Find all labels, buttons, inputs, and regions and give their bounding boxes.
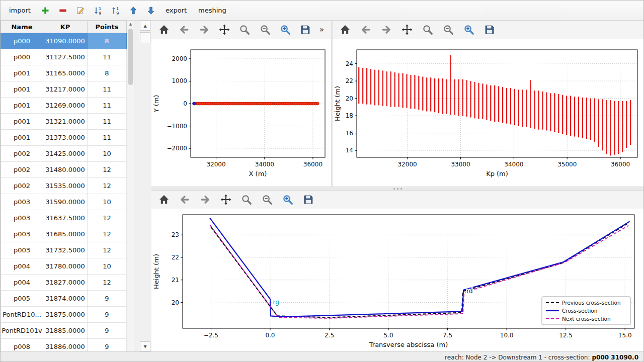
cell-name[interactable]: p001 — [1, 81, 43, 98]
cell-kp[interactable]: 31269.0000 — [43, 98, 88, 114]
zoom-in-button[interactable] — [462, 23, 475, 36]
add-cross-section-button[interactable] — [39, 4, 52, 17]
table-scrollbar-thumb[interactable] — [128, 29, 133, 85]
cell-points[interactable]: 11 — [88, 81, 127, 98]
table-row[interactable]: p00131165.00008 — [1, 65, 127, 81]
panel-scrollbar[interactable]: ▲ ▼ — [140, 21, 150, 351]
sort-descending-button[interactable]: 19 — [109, 4, 122, 17]
zoom-button[interactable] — [240, 193, 253, 206]
cell-points[interactable]: 10 — [88, 194, 127, 210]
table-row[interactable]: p00031090.00008 — [1, 33, 127, 49]
cell-name[interactable]: PontRD10... — [1, 307, 43, 323]
move-up-button[interactable] — [127, 4, 140, 17]
delete-cross-section-button[interactable] — [56, 4, 69, 17]
table-row[interactable]: p00231535.000012 — [1, 178, 127, 194]
meshing-button[interactable]: meshing — [195, 5, 230, 16]
table-row[interactable]: p00131373.000011 — [1, 130, 127, 146]
cell-points[interactable]: 8 — [88, 65, 127, 81]
forward-button[interactable] — [380, 23, 393, 36]
toolbar-overflow-button[interactable]: » — [319, 25, 325, 34]
zoom-in-button[interactable] — [281, 193, 294, 206]
cell-name[interactable]: p002 — [1, 146, 43, 162]
cell-kp[interactable]: 31217.0000 — [43, 81, 88, 98]
table-row[interactable]: p00331732.500012 — [1, 242, 127, 258]
table-row[interactable]: PontRD101v31885.00009 — [1, 323, 127, 339]
cell-points[interactable]: 12 — [88, 226, 127, 242]
cell-points[interactable]: 11 — [88, 98, 127, 114]
cell-kp[interactable]: 31480.0000 — [43, 162, 88, 178]
cell-kp[interactable]: 31425.0000 — [43, 146, 88, 162]
cell-points[interactable]: 10 — [88, 258, 127, 275]
cell-points[interactable]: 12 — [88, 162, 127, 178]
table-row[interactable]: PontRD10...31875.00009 — [1, 307, 127, 323]
home-button[interactable] — [157, 193, 171, 206]
cell-kp[interactable]: 31875.0000 — [43, 307, 88, 323]
cell-points[interactable]: 9 — [88, 323, 127, 339]
cell-name[interactable]: p001 — [1, 98, 43, 114]
cell-points[interactable]: 9 — [88, 339, 127, 352]
cell-name[interactable]: p001 — [1, 65, 43, 81]
cell-name[interactable]: p000 — [1, 49, 43, 65]
back-button[interactable] — [359, 23, 372, 36]
cell-kp[interactable]: 31827.0000 — [43, 275, 88, 291]
zoom-in-button[interactable] — [279, 23, 291, 36]
zoom-out-button[interactable] — [442, 23, 455, 36]
cell-points[interactable]: 9 — [88, 291, 127, 307]
cell-kp[interactable]: 31885.0000 — [43, 323, 88, 339]
cell-points[interactable]: 11 — [88, 130, 127, 146]
zoom-button[interactable] — [421, 23, 434, 36]
panel-scroll-up-button[interactable]: ▲ — [140, 21, 150, 31]
cell-kp[interactable]: 31090.0000 — [43, 33, 88, 49]
table-row[interactable]: p00231425.000010 — [1, 146, 127, 162]
home-button[interactable] — [339, 23, 352, 36]
cell-points[interactable]: 9 — [88, 307, 127, 323]
cell-kp[interactable]: 31165.0000 — [43, 65, 88, 81]
save-button[interactable] — [302, 193, 315, 206]
edit-button[interactable] — [74, 4, 87, 17]
cell-name[interactable]: p008 — [1, 339, 43, 352]
cell-points[interactable]: 12 — [88, 242, 127, 258]
table-row[interactable]: p00531874.00009 — [1, 291, 127, 307]
cell-kp[interactable]: 31637.5000 — [43, 210, 88, 226]
home-button[interactable] — [157, 23, 170, 36]
cross-section-plot[interactable]: −2.50.02.55.07.510.012.515.020212223Tran… — [151, 209, 644, 351]
save-button[interactable] — [483, 23, 496, 36]
cell-kp[interactable]: 31590.0000 — [43, 194, 88, 210]
cell-name[interactable]: p003 — [1, 194, 43, 210]
table-row[interactable]: p00331637.500012 — [1, 210, 127, 226]
column-header-kp[interactable]: KP — [43, 21, 88, 33]
zoom-out-button[interactable] — [261, 193, 274, 206]
cell-kp[interactable]: 31886.0000 — [43, 339, 88, 352]
forward-button[interactable] — [198, 23, 210, 36]
cell-name[interactable]: p004 — [1, 275, 43, 291]
cell-kp[interactable]: 31685.0000 — [43, 226, 88, 242]
save-button[interactable] — [299, 23, 312, 36]
cell-name[interactable]: p003 — [1, 226, 43, 242]
cell-points[interactable]: 12 — [88, 178, 127, 194]
table-row[interactable]: p00031127.500011 — [1, 49, 127, 65]
table-row[interactable]: p00431780.000010 — [1, 258, 127, 275]
sort-ascending-button[interactable]: 19 — [92, 4, 105, 17]
cell-name[interactable]: p000 — [1, 33, 43, 49]
cell-kp[interactable]: 31780.0000 — [43, 258, 88, 275]
zoom-button[interactable] — [238, 23, 251, 36]
export-button[interactable]: export — [162, 5, 190, 16]
panel-scrollbar-thumb[interactable] — [140, 32, 150, 43]
zoom-out-button[interactable] — [259, 23, 271, 36]
cell-kp[interactable]: 31874.0000 — [43, 291, 88, 307]
table-row[interactable]: p00831886.00009 — [1, 339, 127, 352]
longitudinal-profile-plot[interactable]: 3200033000340003500036000141618202224Kp … — [333, 39, 644, 187]
cell-points[interactable]: 11 — [88, 49, 127, 65]
table-row[interactable]: p00131217.000011 — [1, 81, 127, 98]
cell-points[interactable]: 11 — [88, 114, 127, 130]
back-button[interactable] — [178, 23, 190, 36]
cell-kp[interactable]: 31732.5000 — [43, 242, 88, 258]
horizontal-splitter[interactable] — [151, 187, 643, 191]
pan-button[interactable] — [219, 193, 232, 206]
cell-kp[interactable]: 31321.0000 — [43, 114, 88, 130]
cell-name[interactable]: p001 — [1, 114, 43, 130]
cell-points[interactable]: 10 — [88, 146, 127, 162]
table-row[interactable]: p00331590.000010 — [1, 194, 127, 210]
panel-scrollbar-track[interactable] — [140, 43, 150, 341]
cell-name[interactable]: PontRD101v — [1, 323, 43, 339]
